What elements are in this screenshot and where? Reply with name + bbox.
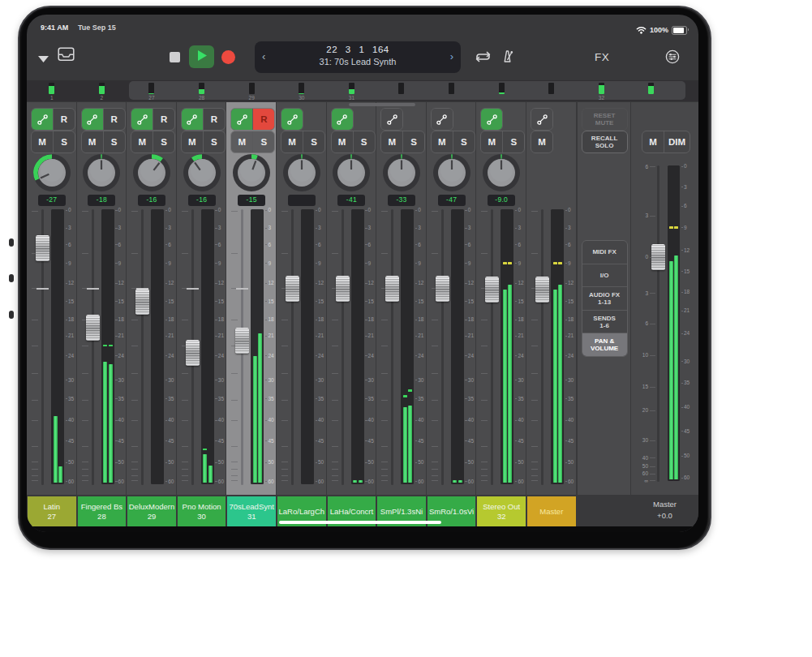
mute-button[interactable]: M — [82, 131, 103, 152]
automation-button[interactable] — [82, 109, 103, 130]
volume-fader[interactable] — [86, 315, 100, 341]
pan-knob[interactable] — [33, 154, 71, 191]
automation-button[interactable] — [531, 109, 552, 130]
record-enable-button[interactable]: R — [53, 109, 75, 130]
next-section-button[interactable]: › — [450, 50, 453, 62]
meter-scale-label: 50 — [218, 459, 224, 465]
volume-fader[interactable] — [235, 328, 249, 354]
pan-knob[interactable] — [333, 154, 370, 191]
master-mute-button[interactable]: M — [642, 131, 664, 152]
recall-solo-button[interactable]: RECALLSOLO — [582, 131, 628, 153]
mute-button[interactable]: M — [231, 131, 252, 152]
mute-button[interactable]: M — [32, 131, 53, 152]
meter-scale-label: 18 — [68, 316, 74, 322]
mute-button[interactable]: M — [182, 131, 203, 152]
track-label-27[interactable]: Latin27 — [28, 496, 76, 526]
volume-fader[interactable] — [385, 276, 399, 302]
automation-button[interactable] — [332, 109, 353, 130]
master-dim-button[interactable]: DIM — [664, 131, 690, 152]
tab-sends[interactable]: SENDS1-6 — [582, 310, 627, 333]
automation-button[interactable] — [32, 109, 53, 130]
solo-button[interactable]: S — [402, 131, 424, 152]
mute-button[interactable]: M — [381, 131, 402, 152]
volume-fader[interactable] — [485, 277, 499, 303]
automation-button[interactable] — [182, 109, 203, 130]
record-enable-button[interactable]: R — [103, 109, 125, 130]
play-button[interactable] — [189, 45, 214, 68]
automation-button[interactable] — [381, 109, 402, 130]
volume-fader[interactable] — [436, 276, 449, 302]
meter-scale-label: 30 — [684, 359, 690, 364]
pan-knob[interactable] — [483, 154, 520, 191]
automation-button[interactable] — [432, 109, 453, 130]
pan-knob[interactable] — [83, 154, 120, 191]
pan-knob[interactable] — [183, 154, 221, 191]
channel-strip-31: RMS-1503691215182124303540455060 — [226, 102, 277, 495]
track-label-30[interactable]: Pno Motion30 — [178, 496, 226, 526]
side-button-bottom — [9, 311, 14, 319]
pan-knob[interactable] — [283, 154, 320, 191]
track-label-32[interactable]: Stereo Out32 — [477, 496, 526, 526]
master-volume-fader[interactable] — [651, 244, 665, 270]
record-enable-button[interactable]: R — [203, 109, 225, 130]
volume-fader[interactable] — [36, 235, 49, 261]
reset-mute-button[interactable]: RESETMUTE — [582, 108, 628, 131]
automation-button[interactable] — [281, 109, 303, 130]
volume-fader[interactable] — [135, 289, 149, 315]
automation-button[interactable] — [231, 109, 252, 130]
solo-button[interactable]: S — [453, 131, 475, 152]
lcd-display[interactable]: ‹ 22 3 1 164 31: 70s Lead Synth › — [255, 41, 461, 73]
disclose-tracks-button[interactable] — [37, 52, 49, 67]
solo-button[interactable]: S — [53, 131, 75, 152]
fader-track — [92, 209, 94, 485]
volume-fader[interactable] — [286, 276, 299, 302]
meter-scale-label: 60 — [268, 479, 273, 484]
record-enable-button[interactable]: R — [252, 109, 274, 130]
tab-pan-[interactable]: PAN &VOLUME — [582, 333, 627, 356]
solo-button[interactable]: S — [103, 131, 125, 152]
mute-button[interactable]: M — [131, 131, 153, 152]
fx-button[interactable]: FX — [595, 51, 609, 63]
mute-button[interactable]: M — [432, 131, 453, 152]
mute-button[interactable]: M — [531, 131, 552, 152]
meter-scale-label: 3 — [568, 225, 571, 230]
library-browser-button[interactable] — [58, 47, 75, 65]
scroll-indicator[interactable] — [349, 103, 415, 106]
tab-i-o[interactable]: I/O — [582, 264, 627, 287]
pan-knob[interactable] — [233, 154, 270, 191]
tab-audio-fx[interactable]: AUDIO FX1-13 — [582, 286, 627, 310]
pan-knob[interactable] — [433, 154, 470, 191]
track-label-master[interactable]: Master — [527, 496, 576, 526]
meter-scale-label: 60 — [368, 479, 374, 484]
solo-button[interactable]: S — [303, 131, 324, 152]
mute-button[interactable]: M — [481, 131, 502, 152]
track-label-31[interactable]: 70sLeadSynt31 — [227, 496, 276, 526]
record-enable-button[interactable]: R — [153, 109, 174, 130]
automation-button[interactable] — [481, 109, 502, 130]
pan-knob[interactable] — [383, 154, 420, 191]
unity-mark — [37, 288, 49, 290]
solo-button[interactable]: S — [252, 131, 274, 152]
stop-button[interactable] — [170, 52, 180, 62]
solo-button[interactable]: S — [353, 131, 375, 152]
cycle-button[interactable] — [474, 50, 492, 67]
metronome-button[interactable] — [501, 49, 514, 67]
track-label-29[interactable]: DeluxModern29 — [127, 496, 176, 526]
record-button[interactable] — [221, 50, 235, 64]
volume-fader[interactable] — [336, 276, 350, 302]
pan-knob[interactable] — [133, 154, 170, 191]
automation-button[interactable] — [131, 109, 153, 130]
track-label-28[interactable]: Fingered Bs28 — [78, 496, 127, 526]
solo-button[interactable]: S — [153, 131, 174, 152]
meter-scale-label: 50 — [68, 459, 74, 465]
fader-track — [141, 209, 144, 485]
solo-button[interactable]: S — [502, 131, 524, 152]
toolbar: ‹ 22 3 1 164 31: 70s Lead Synth › — [27, 37, 698, 78]
volume-fader[interactable] — [186, 340, 200, 366]
mute-button[interactable]: M — [332, 131, 353, 152]
mute-button[interactable]: M — [281, 131, 303, 152]
tab-midi-fx[interactable]: MIDI FX — [582, 241, 627, 264]
solo-button[interactable]: S — [203, 131, 225, 152]
mixer-settings-button[interactable] — [665, 49, 680, 67]
volume-fader[interactable] — [535, 277, 549, 303]
